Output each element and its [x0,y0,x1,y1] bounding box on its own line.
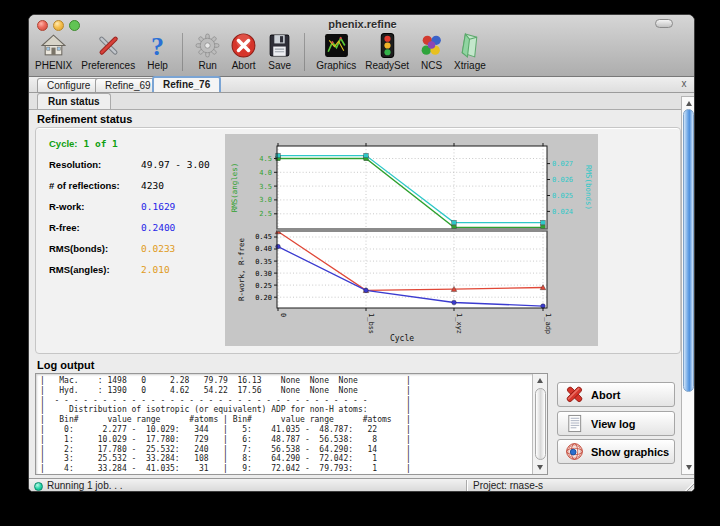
svg-text:1_adp: 1_adp [544,313,552,334]
log-line: | - - - - - - - - - - - - - - - - - - - … [40,396,531,406]
log-line: | Distribution of isotropic (or equivale… [40,405,531,415]
svg-text:0.026: 0.026 [552,176,573,184]
toolbar-item-preferences[interactable]: Preferences [81,32,135,71]
status-text: Running 1 job. . . [47,480,123,491]
log-scrollbar-thumb[interactable] [535,388,546,460]
scroll-up-icon[interactable] [686,101,692,106]
tab-refine-76[interactable]: Refine_76 [152,76,221,92]
svg-text:0.024: 0.024 [552,208,573,216]
toolbar-label: PHENIX [35,60,72,71]
svg-text:3.0: 3.0 [259,196,272,204]
svg-text:1_xyz: 1_xyz [455,313,463,334]
view-log-button-label: View log [591,418,635,430]
svg-text:R-work, R-free: R-work, R-free [237,237,246,301]
toolbar-separator [182,33,183,71]
show-graphics-button[interactable]: Show graphics [557,439,675,464]
toolbar-item-xtriage[interactable]: Xtriage [454,32,486,71]
log-lines: | Mac. : 1498 0 2.28 79.79 16.13 None No… [40,376,531,474]
tab-run-status[interactable]: Run status [37,93,111,109]
toolbar-item-phenix[interactable]: PHENIX [35,32,72,71]
toolbar-label: Help [147,60,168,71]
toolbar-toggle-button[interactable] [655,19,673,28]
show-graphics-icon [565,442,584,461]
svg-text:4.0: 4.0 [259,169,272,177]
toolbar-item-readyset[interactable]: ReadySet [365,32,409,71]
log-line: | 2: 17.780 - 25.532: 240 | 7: 56.538 - … [40,445,531,455]
run-status-page: Refinement status Cycle:1 of 1Resolution… [29,110,695,478]
refinement-chart: 2.53.03.54.04.50.0240.0250.0260.0270.200… [225,134,598,346]
run-gear-icon [194,32,221,59]
toolbar-label: Save [268,60,291,71]
refinement-status-heading: Refinement status [37,113,132,125]
log-line: | 3: 25.532 - 33.284: 108 | 8: 64.290 - … [40,454,531,464]
running-indicator-icon [34,482,43,491]
stat-rwork: R-work:0.1629 [49,196,219,217]
abort-button-label: Abort [591,389,620,401]
scroll-up-icon[interactable] [537,378,543,383]
toolbar-label: Preferences [81,60,135,71]
toolbar-item-graphics[interactable]: Graphics [316,32,356,71]
toolbar-label: NCS [421,60,442,71]
view-log-button[interactable]: View log [557,411,675,436]
toolbar: PHENIX Preferences ? Help [35,32,486,76]
main-scrollbar[interactable] [681,96,695,475]
abort-button[interactable]: Abort [557,382,675,407]
log-output-textarea[interactable]: | Mac. : 1498 0 2.28 79.79 16.13 None No… [35,373,548,475]
stat-rmsbonds: RMS(bonds):0.0233 [49,238,219,259]
scroll-down-icon[interactable] [686,465,692,470]
toolbar-item-ncs[interactable]: NCS [418,32,445,71]
tab-bar: Configure Refine_69 Refine_76 x [29,77,695,93]
toolbar-label: Abort [232,60,256,71]
tab-configure[interactable]: Configure [37,78,100,92]
svg-text:0.20: 0.20 [255,294,272,302]
xtriage-icon [456,32,483,59]
toolbar-item-run[interactable]: Run [194,32,221,71]
subtab-bar: Run status [29,93,695,110]
stat-resolution: Resolution:49.97 - 3.00 [49,154,219,175]
toolbar-separator [304,33,305,71]
window-title: phenix.refine [29,18,695,30]
abort-x-icon [565,385,584,404]
phenix-refine-window: phenix.refine PHENIX Preferences [28,14,695,492]
window-chrome: phenix.refine PHENIX Preferences [29,15,695,77]
toolbar-item-abort[interactable]: Abort [230,32,257,71]
svg-text:RMS(angles): RMS(angles) [230,163,239,213]
scroll-down-icon[interactable] [537,465,543,470]
svg-text:0.30: 0.30 [255,270,272,278]
show-graphics-button-label: Show graphics [591,446,669,458]
abort-icon [230,32,257,59]
toolbar-item-save[interactable]: Save [266,32,293,71]
resize-grip[interactable] [683,480,695,492]
status-bar-divider [466,480,467,492]
svg-text:0.25: 0.25 [255,282,272,290]
stat-cycle: Cycle:1 of 1 [49,133,219,154]
svg-text:0.025: 0.025 [552,192,573,200]
toolbar-label: Run [198,60,216,71]
log-line: | 4: 33.284 - 41.035: 31 | 9: 72.042 - 7… [40,464,531,474]
tab-refine-69[interactable]: Refine_69 [95,78,161,92]
toolbar-label: ReadySet [365,60,409,71]
svg-text:0.027: 0.027 [552,160,573,168]
refinement-stats: Cycle:1 of 1Resolution:49.97 - 3.00# of … [49,133,219,280]
log-scrollbar[interactable] [532,374,547,474]
log-line: | 0: 2.277 - 10.029: 344 | 5: 41.035 - 4… [40,425,531,435]
svg-text:Cycle: Cycle [390,334,414,343]
svg-text:?: ? [151,32,164,59]
close-tab-icon[interactable]: x [678,78,690,90]
log-line: | Mac. : 1498 0 2.28 79.79 16.13 None No… [40,376,531,386]
toolbar-label: Xtriage [454,60,486,71]
svg-text:3.5: 3.5 [259,183,272,191]
view-log-icon [565,414,584,433]
titlebar[interactable]: phenix.refine [29,15,695,33]
status-bar: Running 1 job. . . Project: rnase-s [29,478,695,492]
svg-text:4.5: 4.5 [259,155,272,163]
log-line: | Hyd. : 1390 0 4.62 54.22 17.56 None No… [40,386,531,396]
toolbar-item-help[interactable]: ? Help [144,32,171,71]
graphics-icon [323,32,350,59]
svg-text:0.45: 0.45 [255,233,272,241]
svg-text:0.35: 0.35 [255,258,272,266]
svg-text:2.5: 2.5 [259,210,272,218]
toolbar-label: Graphics [316,60,356,71]
main-scrollbar-thumb[interactable] [683,109,694,392]
refinement-chart-svg: 2.53.03.54.04.50.0240.0250.0260.0270.200… [225,134,598,346]
